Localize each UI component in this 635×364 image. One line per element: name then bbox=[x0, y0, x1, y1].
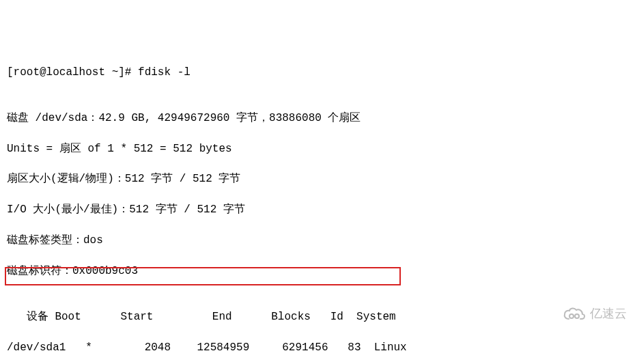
watermark: 亿速云 bbox=[563, 272, 627, 356]
partition-table-header: 设备 Boot Start End Blocks Id System bbox=[7, 309, 628, 324]
disk-sda-header: 磁盘 /dev/sda：42.9 GB, 42949672960 字节，8388… bbox=[7, 111, 628, 126]
prompt-line-1: [root@localhost ~]# fdisk -l bbox=[7, 65, 628, 80]
label-type: 磁盘标签类型：dos bbox=[7, 233, 628, 248]
units-sda: Units = 扇区 of 1 * 512 = 512 bytes bbox=[7, 141, 628, 156]
sector-size-sda: 扇区大小(逻辑/物理)：512 字节 / 512 字节 bbox=[7, 171, 628, 186]
io-size-sda: I/O 大小(最小/最佳)：512 字节 / 512 字节 bbox=[7, 202, 628, 217]
svg-point-1 bbox=[575, 314, 579, 318]
disk-identifier: 磁盘标识符：0x000b9c03 bbox=[7, 264, 628, 279]
cloud-icon bbox=[563, 272, 586, 356]
watermark-text: 亿速云 bbox=[590, 305, 627, 322]
table-row: /dev/sda1 * 2048 12584959 6291456 83 Lin… bbox=[7, 340, 628, 355]
svg-point-0 bbox=[569, 314, 574, 318]
